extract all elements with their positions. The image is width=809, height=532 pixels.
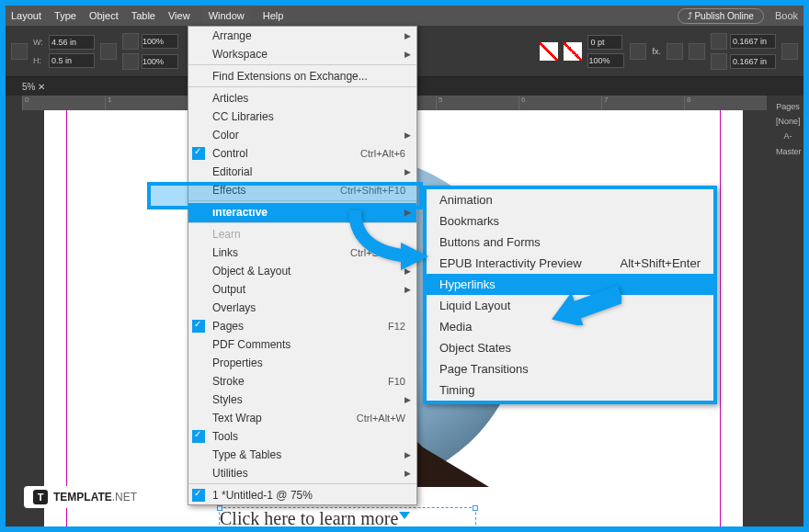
- menu-item-label: PDF Comments: [212, 338, 291, 351]
- pages-master[interactable]: A-Master: [776, 129, 800, 158]
- submenu-arrow-icon: ▶: [404, 208, 411, 217]
- fill-swatch[interactable]: [540, 42, 558, 61]
- window-menu-item-interactive[interactable]: Interactive▶: [188, 203, 416, 223]
- window-menu-item-properties[interactable]: Properties: [188, 354, 416, 372]
- submenu-arrow-icon: ▶: [404, 450, 411, 459]
- window-menu-item-object-layout[interactable]: Object & Layout▶: [188, 262, 416, 280]
- inset2-input[interactable]: [730, 54, 776, 69]
- window-menu-item-learn[interactable]: Learn: [188, 225, 416, 243]
- menu-help[interactable]: Help: [263, 10, 284, 21]
- status-triangle-icon: [399, 512, 410, 519]
- menu-object[interactable]: Object: [89, 10, 119, 21]
- width-input[interactable]: [49, 35, 95, 50]
- scale-x-input[interactable]: [142, 34, 178, 49]
- window-menu-item-arrange[interactable]: Arrange▶: [188, 27, 416, 45]
- interactive-submenu-item-page-transitions[interactable]: Page Transitions: [427, 358, 713, 379]
- submenu-arrow-icon: ▶: [404, 31, 411, 40]
- pages-panel[interactable]: Pages [None] A-Master: [772, 96, 803, 163]
- textwrap-icon[interactable]: [689, 43, 705, 60]
- stroke-style-icon[interactable]: [630, 43, 646, 60]
- publish-online-button[interactable]: ⤴ Publish Online: [678, 8, 764, 24]
- app-window: Layout Type Object Table View Window Hel…: [6, 6, 803, 526]
- submenu-arrow-icon: ▶: [404, 266, 411, 276]
- menu-item-label: Pages: [212, 320, 244, 333]
- handle-tr[interactable]: [473, 505, 478, 511]
- window-menu-item-output[interactable]: Output▶: [188, 280, 416, 299]
- menu-item-shortcut: F12: [388, 321, 405, 332]
- scale-x-icon: [122, 33, 139, 50]
- interactive-submenu-item-buttons-and-forms[interactable]: Buttons and Forms: [427, 232, 713, 253]
- menu-item-label: 1 *Untitled-1 @ 75%: [212, 489, 313, 502]
- menu-window[interactable]: Window: [203, 7, 250, 24]
- menu-view[interactable]: View: [168, 10, 190, 21]
- template-t-icon: T: [33, 490, 48, 504]
- menu-layout[interactable]: Layout: [11, 10, 41, 21]
- window-menu-item-workspace[interactable]: Workspace▶: [188, 45, 416, 65]
- window-menu-item-tools[interactable]: Tools: [188, 427, 416, 446]
- pages-none[interactable]: [None]: [776, 114, 800, 129]
- window-menu-item-text-wrap[interactable]: Text WrapCtrl+Alt+W: [188, 409, 416, 427]
- window-menu-item-articles[interactable]: Articles: [188, 89, 416, 108]
- interactive-submenu-item-object-states[interactable]: Object States: [427, 337, 713, 358]
- stroke-swatch[interactable]: [564, 42, 582, 61]
- link-wh-icon[interactable]: [100, 43, 117, 60]
- interactive-submenu-item-epub-interactivity-preview[interactable]: EPUB Interactivity PreviewAlt+Shift+Ente…: [427, 253, 713, 274]
- inset1-input[interactable]: [730, 34, 776, 49]
- height-input[interactable]: [49, 53, 95, 68]
- template-word: TEMPLATE: [53, 491, 112, 504]
- menu-item-shortcut: Ctrl+Alt+6: [360, 148, 405, 159]
- window-menu-item-styles[interactable]: Styles▶: [188, 391, 416, 409]
- submenu-item-label: Liquid Layout: [439, 299, 510, 312]
- window-menu-item-control[interactable]: ControlCtrl+Alt+6: [188, 144, 416, 163]
- submenu-item-label: Timing: [439, 383, 475, 397]
- interactive-submenu-item-animation[interactable]: Animation: [427, 189, 713, 210]
- fx-label[interactable]: fx.: [652, 47, 661, 56]
- pages-panel-title: Pages: [776, 99, 800, 114]
- menu-item-label: Arrange: [212, 29, 252, 42]
- menu-item-label: Links: [212, 246, 238, 259]
- window-menu-item-pdf-comments[interactable]: PDF Comments: [188, 335, 416, 354]
- window-menu-item-type-tables[interactable]: Type & Tables▶: [188, 446, 416, 464]
- window-menu-item-1-untitled-1-75-[interactable]: 1 *Untitled-1 @ 75%: [188, 486, 416, 504]
- window-menu-item-overlays[interactable]: Overlays: [188, 299, 416, 317]
- menu-table[interactable]: Table: [131, 10, 155, 21]
- stroke-weight-input[interactable]: [587, 35, 622, 50]
- handle-tl[interactable]: [217, 505, 222, 511]
- template-net: .NET: [112, 491, 137, 504]
- zoom-tab[interactable]: 5% ✕: [13, 82, 54, 92]
- menu-item-label: Interactive: [212, 206, 268, 219]
- submenu-item-shortcut: Alt+Shift+Enter: [621, 256, 701, 270]
- menu-item-shortcut: F10: [388, 376, 405, 387]
- selected-text-frame[interactable]: Click here to learn more: [219, 507, 476, 526]
- interactive-submenu-item-timing[interactable]: Timing: [427, 379, 713, 401]
- window-menu-item-color[interactable]: Color▶: [188, 126, 416, 144]
- menu-item-label: Find Extensions on Exchange...: [212, 70, 368, 83]
- window-menu-item-editorial[interactable]: Editorial▶: [188, 163, 416, 181]
- upload-icon: ⤴: [688, 11, 692, 21]
- scale-y-input[interactable]: [142, 54, 178, 69]
- window-menu-item-cc-libraries[interactable]: CC Libraries: [188, 108, 416, 126]
- corner-options-icon[interactable]: [781, 43, 798, 60]
- reference-point-icon[interactable]: [11, 43, 28, 60]
- submenu-arrow-icon: ▶: [404, 130, 411, 140]
- window-menu-item-effects[interactable]: EffectsCtrl+Shift+F10: [188, 181, 416, 201]
- window-menu-item-stroke[interactable]: StrokeF10: [188, 372, 416, 391]
- submenu-item-label: Hyperlinks: [439, 277, 496, 291]
- interactive-submenu-item-bookmarks[interactable]: Bookmarks: [427, 210, 713, 232]
- window-menu-item-find-extensions-on-exchange-[interactable]: Find Extensions on Exchange...: [188, 67, 416, 87]
- workspace-switcher[interactable]: Book: [775, 10, 798, 21]
- align-icon[interactable]: [667, 43, 683, 60]
- opacity-input[interactable]: [587, 53, 624, 68]
- window-menu-item-utilities[interactable]: Utilities▶: [188, 464, 416, 484]
- menu-type[interactable]: Type: [54, 10, 76, 21]
- menu-item-label: Styles: [212, 393, 243, 406]
- submenu-arrow-icon: ▶: [404, 469, 411, 478]
- menu-item-label: Utilities: [212, 467, 248, 480]
- interactive-submenu-item-media[interactable]: Media: [427, 316, 713, 337]
- menu-item-label: Properties: [212, 357, 263, 369]
- interactive-submenu-item-liquid-layout[interactable]: Liquid Layout: [427, 295, 713, 316]
- window-menu-item-links[interactable]: LinksCtrl+Shift+D: [188, 243, 416, 262]
- menu-item-shortcut: Ctrl+Alt+W: [357, 413, 405, 424]
- window-menu-item-pages[interactable]: PagesF12: [188, 317, 416, 335]
- interactive-submenu-item-hyperlinks[interactable]: Hyperlinks: [427, 274, 713, 295]
